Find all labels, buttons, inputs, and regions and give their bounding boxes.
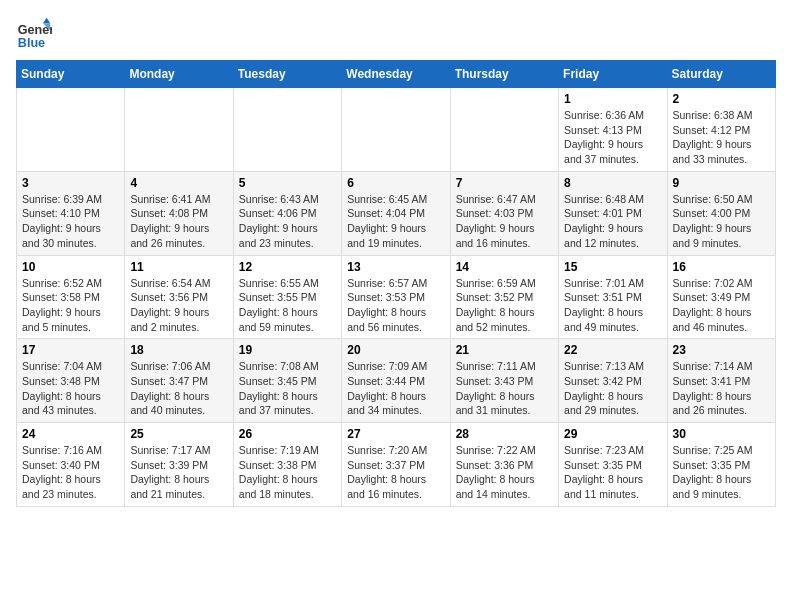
calendar-cell: 15Sunrise: 7:01 AM Sunset: 3:51 PM Dayli…: [559, 255, 667, 339]
day-number: 8: [564, 176, 661, 190]
calendar-cell: 13Sunrise: 6:57 AM Sunset: 3:53 PM Dayli…: [342, 255, 450, 339]
day-number: 6: [347, 176, 444, 190]
day-number: 14: [456, 260, 553, 274]
calendar-cell: 1Sunrise: 6:36 AM Sunset: 4:13 PM Daylig…: [559, 88, 667, 172]
calendar-cell: 8Sunrise: 6:48 AM Sunset: 4:01 PM Daylig…: [559, 171, 667, 255]
day-number: 16: [673, 260, 770, 274]
calendar-week-row: 3Sunrise: 6:39 AM Sunset: 4:10 PM Daylig…: [17, 171, 776, 255]
day-number: 19: [239, 343, 336, 357]
calendar-day-header: Thursday: [450, 61, 558, 88]
day-info: Sunrise: 6:54 AM Sunset: 3:56 PM Dayligh…: [130, 276, 227, 335]
day-number: 13: [347, 260, 444, 274]
calendar-cell: 27Sunrise: 7:20 AM Sunset: 3:37 PM Dayli…: [342, 423, 450, 507]
calendar-cell: 14Sunrise: 6:59 AM Sunset: 3:52 PM Dayli…: [450, 255, 558, 339]
day-info: Sunrise: 7:25 AM Sunset: 3:35 PM Dayligh…: [673, 443, 770, 502]
calendar-day-header: Wednesday: [342, 61, 450, 88]
calendar-cell: 11Sunrise: 6:54 AM Sunset: 3:56 PM Dayli…: [125, 255, 233, 339]
day-number: 27: [347, 427, 444, 441]
calendar-day-header: Monday: [125, 61, 233, 88]
calendar-table: SundayMondayTuesdayWednesdayThursdayFrid…: [16, 60, 776, 507]
day-info: Sunrise: 6:48 AM Sunset: 4:01 PM Dayligh…: [564, 192, 661, 251]
day-info: Sunrise: 7:13 AM Sunset: 3:42 PM Dayligh…: [564, 359, 661, 418]
calendar-cell: 19Sunrise: 7:08 AM Sunset: 3:45 PM Dayli…: [233, 339, 341, 423]
day-number: 17: [22, 343, 119, 357]
calendar-cell: 6Sunrise: 6:45 AM Sunset: 4:04 PM Daylig…: [342, 171, 450, 255]
calendar-cell: 21Sunrise: 7:11 AM Sunset: 3:43 PM Dayli…: [450, 339, 558, 423]
calendar-day-header: Sunday: [17, 61, 125, 88]
day-number: 9: [673, 176, 770, 190]
calendar-cell: 7Sunrise: 6:47 AM Sunset: 4:03 PM Daylig…: [450, 171, 558, 255]
calendar-cell: 17Sunrise: 7:04 AM Sunset: 3:48 PM Dayli…: [17, 339, 125, 423]
calendar-cell: 28Sunrise: 7:22 AM Sunset: 3:36 PM Dayli…: [450, 423, 558, 507]
day-info: Sunrise: 7:01 AM Sunset: 3:51 PM Dayligh…: [564, 276, 661, 335]
day-info: Sunrise: 7:06 AM Sunset: 3:47 PM Dayligh…: [130, 359, 227, 418]
day-info: Sunrise: 6:59 AM Sunset: 3:52 PM Dayligh…: [456, 276, 553, 335]
calendar-week-row: 24Sunrise: 7:16 AM Sunset: 3:40 PM Dayli…: [17, 423, 776, 507]
calendar-cell: 3Sunrise: 6:39 AM Sunset: 4:10 PM Daylig…: [17, 171, 125, 255]
day-info: Sunrise: 7:23 AM Sunset: 3:35 PM Dayligh…: [564, 443, 661, 502]
day-info: Sunrise: 6:43 AM Sunset: 4:06 PM Dayligh…: [239, 192, 336, 251]
calendar-week-row: 17Sunrise: 7:04 AM Sunset: 3:48 PM Dayli…: [17, 339, 776, 423]
day-number: 30: [673, 427, 770, 441]
day-number: 7: [456, 176, 553, 190]
calendar-cell: 12Sunrise: 6:55 AM Sunset: 3:55 PM Dayli…: [233, 255, 341, 339]
day-number: 2: [673, 92, 770, 106]
calendar-cell: 24Sunrise: 7:16 AM Sunset: 3:40 PM Dayli…: [17, 423, 125, 507]
calendar-cell: 22Sunrise: 7:13 AM Sunset: 3:42 PM Dayli…: [559, 339, 667, 423]
day-info: Sunrise: 6:45 AM Sunset: 4:04 PM Dayligh…: [347, 192, 444, 251]
calendar-cell: 25Sunrise: 7:17 AM Sunset: 3:39 PM Dayli…: [125, 423, 233, 507]
day-info: Sunrise: 7:08 AM Sunset: 3:45 PM Dayligh…: [239, 359, 336, 418]
day-info: Sunrise: 7:14 AM Sunset: 3:41 PM Dayligh…: [673, 359, 770, 418]
day-number: 26: [239, 427, 336, 441]
day-info: Sunrise: 7:11 AM Sunset: 3:43 PM Dayligh…: [456, 359, 553, 418]
day-number: 5: [239, 176, 336, 190]
calendar-day-header: Saturday: [667, 61, 775, 88]
day-info: Sunrise: 7:22 AM Sunset: 3:36 PM Dayligh…: [456, 443, 553, 502]
day-info: Sunrise: 6:36 AM Sunset: 4:13 PM Dayligh…: [564, 108, 661, 167]
day-info: Sunrise: 7:02 AM Sunset: 3:49 PM Dayligh…: [673, 276, 770, 335]
day-info: Sunrise: 7:09 AM Sunset: 3:44 PM Dayligh…: [347, 359, 444, 418]
calendar-cell: [233, 88, 341, 172]
calendar-cell: 4Sunrise: 6:41 AM Sunset: 4:08 PM Daylig…: [125, 171, 233, 255]
day-number: 29: [564, 427, 661, 441]
day-info: Sunrise: 7:16 AM Sunset: 3:40 PM Dayligh…: [22, 443, 119, 502]
day-info: Sunrise: 7:20 AM Sunset: 3:37 PM Dayligh…: [347, 443, 444, 502]
day-info: Sunrise: 6:38 AM Sunset: 4:12 PM Dayligh…: [673, 108, 770, 167]
day-number: 15: [564, 260, 661, 274]
calendar-cell: 26Sunrise: 7:19 AM Sunset: 3:38 PM Dayli…: [233, 423, 341, 507]
day-info: Sunrise: 7:19 AM Sunset: 3:38 PM Dayligh…: [239, 443, 336, 502]
calendar-cell: 30Sunrise: 7:25 AM Sunset: 3:35 PM Dayli…: [667, 423, 775, 507]
calendar-cell: 20Sunrise: 7:09 AM Sunset: 3:44 PM Dayli…: [342, 339, 450, 423]
calendar-cell: 2Sunrise: 6:38 AM Sunset: 4:12 PM Daylig…: [667, 88, 775, 172]
calendar-week-row: 10Sunrise: 6:52 AM Sunset: 3:58 PM Dayli…: [17, 255, 776, 339]
day-number: 18: [130, 343, 227, 357]
day-number: 12: [239, 260, 336, 274]
calendar-header-row: SundayMondayTuesdayWednesdayThursdayFrid…: [17, 61, 776, 88]
day-info: Sunrise: 6:55 AM Sunset: 3:55 PM Dayligh…: [239, 276, 336, 335]
day-number: 21: [456, 343, 553, 357]
day-info: Sunrise: 7:17 AM Sunset: 3:39 PM Dayligh…: [130, 443, 227, 502]
calendar-day-header: Tuesday: [233, 61, 341, 88]
day-number: 22: [564, 343, 661, 357]
day-number: 25: [130, 427, 227, 441]
day-info: Sunrise: 6:47 AM Sunset: 4:03 PM Dayligh…: [456, 192, 553, 251]
day-number: 11: [130, 260, 227, 274]
day-number: 3: [22, 176, 119, 190]
calendar-cell: 23Sunrise: 7:14 AM Sunset: 3:41 PM Dayli…: [667, 339, 775, 423]
calendar-cell: 18Sunrise: 7:06 AM Sunset: 3:47 PM Dayli…: [125, 339, 233, 423]
calendar-day-header: Friday: [559, 61, 667, 88]
calendar-cell: 9Sunrise: 6:50 AM Sunset: 4:00 PM Daylig…: [667, 171, 775, 255]
day-number: 23: [673, 343, 770, 357]
calendar-cell: 5Sunrise: 6:43 AM Sunset: 4:06 PM Daylig…: [233, 171, 341, 255]
calendar-cell: [342, 88, 450, 172]
calendar-week-row: 1Sunrise: 6:36 AM Sunset: 4:13 PM Daylig…: [17, 88, 776, 172]
day-info: Sunrise: 6:57 AM Sunset: 3:53 PM Dayligh…: [347, 276, 444, 335]
day-number: 20: [347, 343, 444, 357]
calendar-cell: [450, 88, 558, 172]
day-number: 10: [22, 260, 119, 274]
calendar-cell: [17, 88, 125, 172]
day-info: Sunrise: 6:39 AM Sunset: 4:10 PM Dayligh…: [22, 192, 119, 251]
svg-marker-2: [43, 18, 50, 23]
day-number: 24: [22, 427, 119, 441]
page-header: General Blue: [16, 16, 776, 52]
